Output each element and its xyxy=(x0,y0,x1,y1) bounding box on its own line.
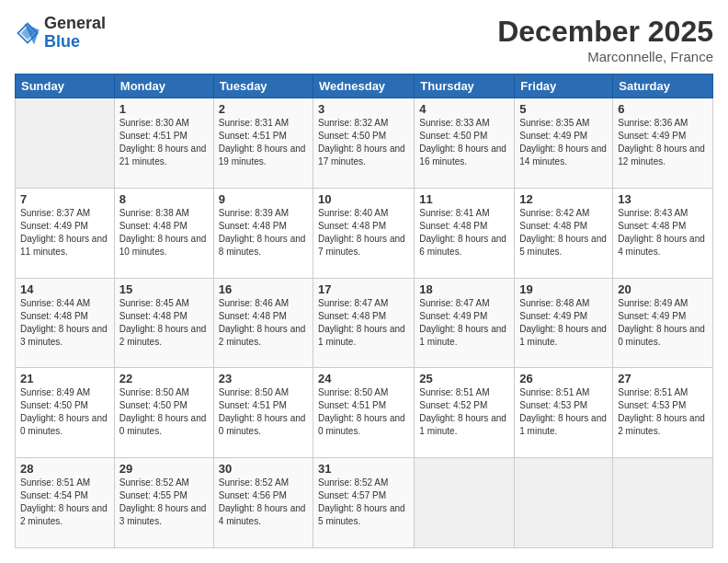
calendar-cell: 11Sunrise: 8:41 AMSunset: 4:48 PMDayligh… xyxy=(415,188,515,278)
day-number: 31 xyxy=(318,462,409,476)
day-info: Sunrise: 8:38 AMSunset: 4:48 PMDaylight:… xyxy=(119,207,209,259)
day-number: 27 xyxy=(618,372,708,385)
day-info: Sunrise: 8:32 AMSunset: 4:50 PMDaylight:… xyxy=(318,117,409,168)
calendar-cell xyxy=(613,458,713,548)
calendar-cell: 17Sunrise: 8:47 AMSunset: 4:48 PMDayligh… xyxy=(313,278,415,368)
page: General Blue December 2025 Marconnelle, … xyxy=(0,0,728,563)
day-info: Sunrise: 8:49 AMSunset: 4:50 PMDaylight:… xyxy=(20,386,109,438)
calendar-week-2: 14Sunrise: 8:44 AMSunset: 4:48 PMDayligh… xyxy=(16,278,713,368)
day-info: Sunrise: 8:33 AMSunset: 4:50 PMDaylight:… xyxy=(419,117,509,168)
day-info: Sunrise: 8:52 AMSunset: 4:55 PMDaylight:… xyxy=(119,477,209,528)
day-info: Sunrise: 8:46 AMSunset: 4:48 PMDaylight:… xyxy=(219,297,308,349)
calendar-cell: 27Sunrise: 8:51 AMSunset: 4:53 PMDayligh… xyxy=(613,368,713,458)
calendar-cell: 10Sunrise: 8:40 AMSunset: 4:48 PMDayligh… xyxy=(313,188,415,278)
day-number: 8 xyxy=(119,192,209,206)
day-info: Sunrise: 8:52 AMSunset: 4:56 PMDaylight:… xyxy=(219,477,308,528)
calendar-cell: 15Sunrise: 8:45 AMSunset: 4:48 PMDayligh… xyxy=(114,278,213,368)
day-info: Sunrise: 8:47 AMSunset: 4:49 PMDaylight:… xyxy=(419,297,509,349)
logo-general: General xyxy=(44,15,106,33)
calendar-cell: 18Sunrise: 8:47 AMSunset: 4:49 PMDayligh… xyxy=(415,278,515,368)
day-info: Sunrise: 8:30 AMSunset: 4:51 PMDaylight:… xyxy=(119,117,209,168)
day-number: 2 xyxy=(219,102,308,116)
calendar-cell: 16Sunrise: 8:46 AMSunset: 4:48 PMDayligh… xyxy=(213,278,313,368)
day-info: Sunrise: 8:36 AMSunset: 4:49 PMDaylight:… xyxy=(618,117,708,168)
calendar-cell: 23Sunrise: 8:50 AMSunset: 4:51 PMDayligh… xyxy=(213,368,313,458)
day-number: 25 xyxy=(419,372,509,385)
day-info: Sunrise: 8:44 AMSunset: 4:48 PMDaylight:… xyxy=(20,297,109,349)
day-number: 14 xyxy=(20,282,109,296)
calendar-cell: 22Sunrise: 8:50 AMSunset: 4:50 PMDayligh… xyxy=(114,368,213,458)
day-number: 17 xyxy=(318,282,409,296)
weekday-header-monday: Monday xyxy=(114,75,213,98)
day-number: 23 xyxy=(219,372,308,385)
day-number: 22 xyxy=(119,372,209,385)
day-info: Sunrise: 8:50 AMSunset: 4:51 PMDaylight:… xyxy=(219,386,308,438)
calendar-cell: 4Sunrise: 8:33 AMSunset: 4:50 PMDaylight… xyxy=(415,98,515,189)
day-number: 29 xyxy=(119,462,209,476)
title-block: December 2025 Marconnelle, France xyxy=(497,15,713,64)
day-info: Sunrise: 8:51 AMSunset: 4:54 PMDaylight:… xyxy=(20,477,109,528)
day-info: Sunrise: 8:43 AMSunset: 4:48 PMDaylight:… xyxy=(618,207,708,259)
day-number: 20 xyxy=(618,282,708,296)
calendar-week-4: 28Sunrise: 8:51 AMSunset: 4:54 PMDayligh… xyxy=(16,458,713,548)
day-info: Sunrise: 8:37 AMSunset: 4:49 PMDaylight:… xyxy=(20,207,109,259)
calendar-cell xyxy=(16,98,115,189)
calendar-cell: 13Sunrise: 8:43 AMSunset: 4:48 PMDayligh… xyxy=(613,188,713,278)
day-number: 1 xyxy=(119,102,209,116)
day-number: 6 xyxy=(618,102,708,116)
day-info: Sunrise: 8:45 AMSunset: 4:48 PMDaylight:… xyxy=(119,297,209,349)
day-info: Sunrise: 8:47 AMSunset: 4:48 PMDaylight:… xyxy=(318,297,409,349)
header: General Blue December 2025 Marconnelle, … xyxy=(15,15,713,64)
day-info: Sunrise: 8:49 AMSunset: 4:49 PMDaylight:… xyxy=(618,297,708,349)
logo-blue: Blue xyxy=(44,33,106,52)
day-number: 3 xyxy=(318,102,409,116)
weekday-header-tuesday: Tuesday xyxy=(213,75,313,98)
day-number: 24 xyxy=(318,372,409,385)
calendar-cell: 30Sunrise: 8:52 AMSunset: 4:56 PMDayligh… xyxy=(213,458,313,548)
day-number: 11 xyxy=(419,192,509,206)
calendar-cell: 31Sunrise: 8:52 AMSunset: 4:57 PMDayligh… xyxy=(313,458,415,548)
calendar-week-0: 1Sunrise: 8:30 AMSunset: 4:51 PMDaylight… xyxy=(16,98,713,189)
day-number: 26 xyxy=(519,372,608,385)
day-number: 7 xyxy=(20,192,109,206)
calendar-cell: 1Sunrise: 8:30 AMSunset: 4:51 PMDaylight… xyxy=(114,98,213,189)
weekday-header-friday: Friday xyxy=(515,75,613,98)
day-info: Sunrise: 8:31 AMSunset: 4:51 PMDaylight:… xyxy=(219,117,308,168)
day-info: Sunrise: 8:39 AMSunset: 4:48 PMDaylight:… xyxy=(219,207,308,259)
day-number: 21 xyxy=(20,372,109,385)
logo: General Blue xyxy=(15,15,106,52)
day-info: Sunrise: 8:40 AMSunset: 4:48 PMDaylight:… xyxy=(318,207,409,259)
calendar-cell: 20Sunrise: 8:49 AMSunset: 4:49 PMDayligh… xyxy=(613,278,713,368)
calendar-header: SundayMondayTuesdayWednesdayThursdayFrid… xyxy=(16,75,713,98)
day-number: 4 xyxy=(419,102,509,116)
calendar-body: 1Sunrise: 8:30 AMSunset: 4:51 PMDaylight… xyxy=(16,98,713,548)
day-number: 28 xyxy=(20,462,109,476)
calendar-cell: 6Sunrise: 8:36 AMSunset: 4:49 PMDaylight… xyxy=(613,98,713,189)
day-info: Sunrise: 8:50 AMSunset: 4:51 PMDaylight:… xyxy=(318,386,409,438)
calendar-cell xyxy=(415,458,515,548)
calendar-cell: 28Sunrise: 8:51 AMSunset: 4:54 PMDayligh… xyxy=(16,458,115,548)
logo-text: General Blue xyxy=(44,15,106,52)
day-info: Sunrise: 8:50 AMSunset: 4:50 PMDaylight:… xyxy=(119,386,209,438)
calendar-cell: 19Sunrise: 8:48 AMSunset: 4:49 PMDayligh… xyxy=(515,278,613,368)
calendar: SundayMondayTuesdayWednesdayThursdayFrid… xyxy=(15,74,713,548)
calendar-week-3: 21Sunrise: 8:49 AMSunset: 4:50 PMDayligh… xyxy=(16,368,713,458)
calendar-cell: 8Sunrise: 8:38 AMSunset: 4:48 PMDaylight… xyxy=(114,188,213,278)
day-info: Sunrise: 8:51 AMSunset: 4:53 PMDaylight:… xyxy=(519,386,608,438)
calendar-cell: 7Sunrise: 8:37 AMSunset: 4:49 PMDaylight… xyxy=(16,188,115,278)
day-info: Sunrise: 8:41 AMSunset: 4:48 PMDaylight:… xyxy=(419,207,509,259)
calendar-cell: 26Sunrise: 8:51 AMSunset: 4:53 PMDayligh… xyxy=(515,368,613,458)
calendar-cell: 9Sunrise: 8:39 AMSunset: 4:48 PMDaylight… xyxy=(213,188,313,278)
logo-icon xyxy=(15,20,40,46)
day-number: 5 xyxy=(519,102,608,116)
day-number: 12 xyxy=(519,192,608,206)
weekday-header-wednesday: Wednesday xyxy=(313,75,415,98)
calendar-cell: 12Sunrise: 8:42 AMSunset: 4:48 PMDayligh… xyxy=(515,188,613,278)
calendar-cell: 2Sunrise: 8:31 AMSunset: 4:51 PMDaylight… xyxy=(213,98,313,189)
day-info: Sunrise: 8:51 AMSunset: 4:53 PMDaylight:… xyxy=(618,386,708,438)
day-number: 13 xyxy=(618,192,708,206)
calendar-cell xyxy=(515,458,613,548)
weekday-header-saturday: Saturday xyxy=(613,75,713,98)
day-info: Sunrise: 8:52 AMSunset: 4:57 PMDaylight:… xyxy=(318,477,409,528)
calendar-cell: 3Sunrise: 8:32 AMSunset: 4:50 PMDaylight… xyxy=(313,98,415,189)
